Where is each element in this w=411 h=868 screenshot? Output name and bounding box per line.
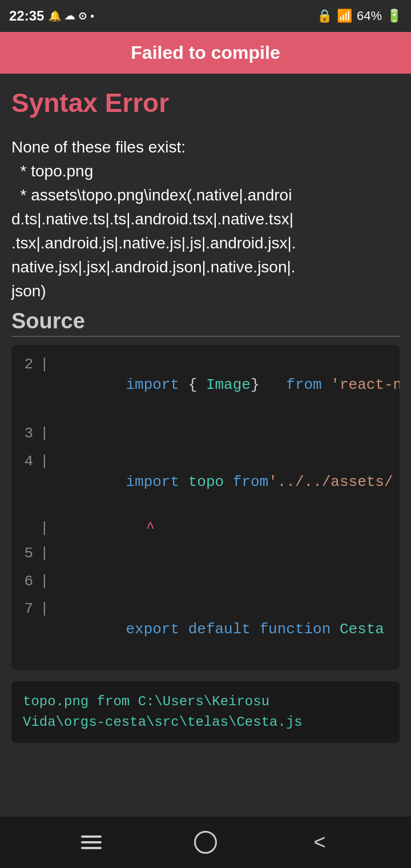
status-bar: 22:35 🔔 ☁ ⊙ • 🔒 📶 64% 🔋: [0, 0, 411, 32]
signal-icon: 📶: [337, 9, 352, 23]
syntax-error-title: Syntax Error: [11, 87, 400, 118]
notification-icons: 🔔 ☁ ⊙ •: [49, 10, 94, 22]
error-desc-line-2: * topo.png: [11, 159, 400, 183]
camera-icon: ⊙: [78, 10, 87, 22]
code-line-2: 2 | import { Image} from 'react-n: [11, 351, 400, 420]
line-num-3: 3: [11, 423, 40, 444]
nav-line-1: [81, 835, 102, 838]
alarm-icon: 🔔: [49, 10, 61, 22]
hamburger-icon: [81, 835, 102, 849]
status-time-area: 22:35 🔔 ☁ ⊙ •: [9, 8, 94, 24]
error-desc-line-4: d.ts|.native.ts|.ts|.android.tsx|.native…: [11, 207, 400, 231]
line-sep-6: |: [40, 571, 49, 592]
line-sep-caret: |: [40, 518, 49, 539]
line-num-2: 2: [11, 354, 40, 375]
nav-recent-button[interactable]: <: [303, 825, 337, 859]
nav-line-3: [81, 847, 102, 849]
line-content-5: [55, 543, 64, 564]
line-sep-5: |: [40, 543, 49, 564]
line-content-2: import { Image} from 'react-n: [55, 354, 400, 416]
line-num-7: 7: [11, 598, 40, 619]
line-sep-7: |: [40, 598, 49, 619]
code-line-3: 3 |: [11, 420, 400, 447]
error-description: None of these files exist: * topo.png * …: [11, 135, 400, 303]
nav-back-button[interactable]: [74, 825, 108, 859]
caret-line: | ^: [11, 517, 400, 540]
line-sep-4: |: [40, 451, 49, 472]
status-right-area: 🔒 📶 64% 🔋: [317, 9, 402, 23]
header-title: Failed to compile: [131, 42, 280, 63]
lock-icon: 🔒: [317, 9, 332, 23]
bottom-nav: <: [0, 817, 411, 868]
error-desc-line-5: .tsx|.android.js|.native.js|.js|.android…: [11, 231, 400, 255]
line-sep-3: |: [40, 423, 49, 444]
line-sep-2: |: [40, 354, 49, 375]
line-content-4: import topo from'../../assets/: [55, 451, 393, 513]
code-line-5: 5 |: [11, 540, 400, 567]
error-desc-line-7: json): [11, 279, 400, 303]
file-path-text: topo.png from C:\Users\Keirosu Vida\orgs…: [23, 694, 303, 730]
line-num-4: 4: [11, 451, 40, 472]
error-desc-line-3: * assets\topo.png\index(.native|.androi: [11, 183, 400, 207]
cloud-icon: ☁: [65, 10, 75, 22]
dot-icon: •: [90, 10, 94, 22]
code-line-4: 4 | import topo from'../../assets/: [11, 448, 400, 517]
time-display: 22:35: [9, 8, 44, 24]
code-line-6: 6 |: [11, 568, 400, 595]
caret-symbol: ^: [55, 518, 155, 539]
battery-display: 64%: [357, 9, 382, 23]
main-content: Syntax Error None of these files exist: …: [0, 74, 411, 817]
line-num-5: 5: [11, 543, 40, 564]
line-content-7: export default function Cesta: [55, 598, 384, 661]
file-path-block: topo.png from C:\Users\Keirosu Vida\orgs…: [11, 681, 400, 743]
nav-line-2: [81, 841, 102, 843]
code-line-7: 7 | export default function Cesta: [11, 595, 400, 664]
line-content-6: [55, 571, 64, 592]
home-circle-icon: [194, 831, 217, 854]
error-desc-line-6: native.jsx|.jsx|.android.json|.native.js…: [11, 255, 400, 279]
chevron-left-icon: <: [313, 830, 325, 854]
error-desc-line-1: None of these files exist:: [11, 135, 400, 159]
header: Failed to compile: [0, 32, 411, 74]
line-num-6: 6: [11, 571, 40, 592]
line-content-3: [55, 423, 64, 444]
source-label: Source: [11, 309, 400, 337]
code-block: 2 | import { Image} from 'react-n 3 | 4 …: [11, 345, 400, 670]
battery-icon: 🔋: [386, 9, 402, 23]
nav-home-button[interactable]: [188, 825, 223, 859]
